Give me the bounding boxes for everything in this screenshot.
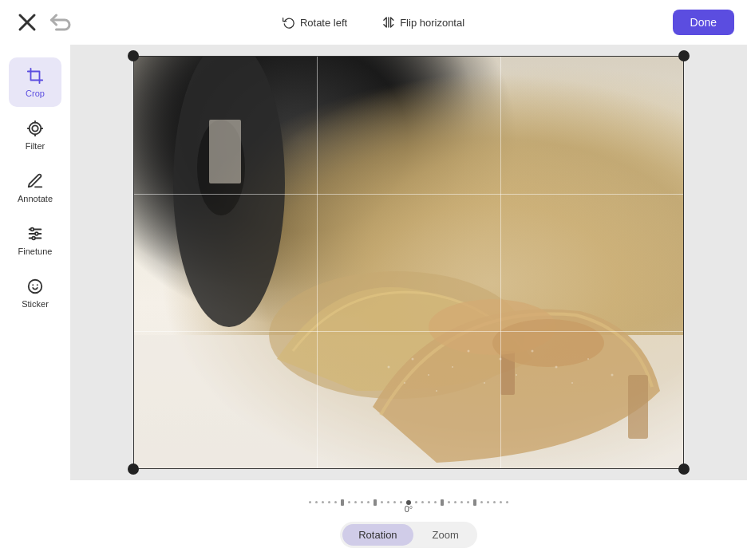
svg-rect-17 — [209, 120, 241, 183]
annotate-icon — [26, 172, 44, 190]
svg-point-33 — [388, 366, 390, 369]
filter-icon — [26, 120, 44, 137]
svg-point-37 — [587, 358, 589, 360]
handle-top-left[interactable] — [128, 50, 139, 61]
svg-point-14 — [29, 279, 42, 293]
ruler-dot — [428, 501, 430, 503]
ruler-dot — [348, 501, 350, 503]
ruler-dot-major — [341, 499, 344, 506]
ruler-dot — [415, 501, 417, 503]
svg-point-30 — [436, 390, 437, 392]
ruler-dot — [387, 501, 389, 503]
svg-point-27 — [452, 366, 453, 368]
ruler-dot — [454, 501, 457, 503]
ruler-dot — [506, 501, 508, 503]
flip-horizontal-button[interactable]: Flip horizontal — [374, 11, 472, 34]
ruler-dot — [315, 501, 318, 503]
ruler-dot — [354, 501, 357, 503]
crop-icon — [26, 67, 44, 85]
svg-point-36 — [571, 382, 573, 384]
svg-point-12 — [35, 232, 38, 235]
ruler-dot — [480, 501, 483, 503]
ruler-dot — [500, 501, 502, 503]
ruler-dot — [381, 501, 383, 503]
ruler-dot — [467, 501, 469, 503]
svg-rect-20 — [628, 375, 648, 439]
rotate-left-button[interactable]: Rotate left — [275, 11, 355, 34]
sidebar-item-filter[interactable]: Filter — [9, 110, 61, 160]
svg-point-11 — [31, 227, 34, 231]
ruler-dot-major — [473, 499, 476, 506]
sidebar-item-sticker[interactable]: Sticker — [9, 268, 61, 317]
svg-point-29 — [516, 374, 517, 376]
rotation-degree: 0° — [405, 504, 413, 514]
handle-bottom-right[interactable] — [678, 463, 690, 475]
ruler-dot — [493, 501, 496, 503]
ruler-dot — [367, 501, 370, 503]
sidebar-item-crop[interactable]: Crop — [9, 57, 61, 107]
ruler-dot — [328, 501, 330, 503]
top-center-actions: Rotate left Flip horizontal — [275, 11, 472, 34]
ruler-dot — [487, 501, 489, 503]
done-button[interactable]: Done — [673, 10, 734, 35]
rotate-left-label: Rotate left — [300, 17, 347, 29]
handle-bottom-left[interactable] — [128, 463, 139, 475]
ruler-dot — [460, 501, 463, 503]
svg-point-38 — [611, 374, 614, 377]
ruler-dot — [434, 501, 437, 503]
svg-point-25 — [428, 374, 429, 376]
svg-point-2 — [32, 125, 38, 131]
image-svg — [133, 56, 684, 469]
top-bar: Rotate left Flip horizontal Done — [0, 0, 747, 45]
svg-point-28 — [500, 358, 502, 361]
flip-horizontal-label: Flip horizontal — [400, 17, 464, 29]
sidebar-sticker-label: Sticker — [22, 299, 49, 309]
svg-point-34 — [404, 382, 405, 384]
ruler-dot-major — [374, 499, 377, 506]
close-button[interactable] — [13, 8, 42, 37]
ruler-dot — [322, 501, 324, 503]
finetune-icon — [26, 225, 44, 243]
rotation-ruler[interactable]: 0° — [273, 493, 544, 512]
svg-point-26 — [468, 350, 470, 353]
sidebar: Crop Filter Annotate Finetune — [0, 45, 70, 560]
sidebar-crop-label: Crop — [26, 89, 45, 98]
svg-point-3 — [30, 122, 42, 134]
sidebar-finetune-label: Finetune — [18, 246, 53, 256]
sidebar-annotate-label: Annotate — [18, 194, 53, 203]
bottom-tabs: Rotation Zoom — [340, 522, 477, 548]
svg-point-32 — [484, 382, 485, 384]
sidebar-item-annotate[interactable]: Annotate — [9, 163, 61, 212]
svg-point-35 — [555, 366, 558, 369]
ruler-track: 0° — [273, 495, 544, 511]
svg-point-31 — [532, 350, 534, 353]
canvas-area — [70, 45, 747, 480]
sidebar-item-finetune[interactable]: Finetune — [9, 215, 61, 265]
image-crop-container[interactable] — [133, 56, 684, 469]
svg-point-24 — [412, 358, 414, 361]
ruler-dot-major — [441, 499, 444, 506]
ruler-dot — [393, 501, 396, 503]
tab-zoom[interactable]: Zoom — [417, 524, 475, 546]
sidebar-filter-label: Filter — [26, 141, 45, 151]
ruler-dot — [361, 501, 363, 503]
tab-rotation[interactable]: Rotation — [342, 524, 413, 546]
ruler-dot — [421, 501, 424, 503]
bottom-bar: 0° Rotation Zoom — [70, 480, 747, 560]
svg-point-13 — [32, 236, 35, 239]
ruler-dot — [400, 501, 402, 503]
ruler-dot — [448, 501, 450, 503]
sticker-icon — [26, 278, 44, 295]
canvas-image — [133, 56, 684, 469]
handle-top-right[interactable] — [678, 50, 690, 61]
top-left-actions — [13, 8, 77, 37]
ruler-dot — [309, 501, 311, 503]
svg-point-23 — [492, 319, 604, 367]
ruler-dot — [334, 501, 337, 503]
undo-button[interactable] — [48, 8, 77, 37]
